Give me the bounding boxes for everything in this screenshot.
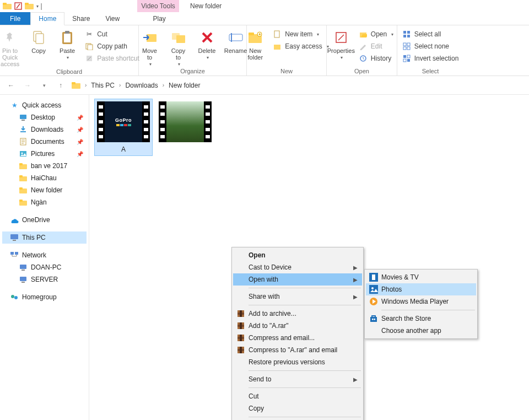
invert-selection-button[interactable]: Invert selection	[400, 53, 461, 64]
app-icon	[2, 2, 12, 10]
context-item[interactable]: Open with▶	[233, 273, 362, 286]
tree-quick-access-item[interactable]: New folder	[2, 184, 87, 196]
context-item[interactable]: Search the Store	[366, 313, 476, 325]
tree-homegroup[interactable]: Homegroup	[2, 291, 87, 303]
new-folder-button[interactable]: ✦ New folder	[242, 26, 268, 61]
select-none-button[interactable]: Select none	[400, 41, 461, 52]
tab-home[interactable]: Home	[30, 12, 64, 25]
context-item[interactable]: Compress to "A.rar" and email	[233, 344, 362, 356]
context-item[interactable]: Cast to Device▶	[233, 261, 362, 273]
paste-shortcut-button[interactable]: Paste shortcut	[83, 53, 142, 64]
easy-access-button[interactable]: Easy access▾	[271, 41, 331, 52]
context-item[interactable]: Restore previous versions	[233, 356, 362, 368]
tab-play[interactable]: Play	[138, 12, 180, 25]
file-item[interactable]: GoPro A	[95, 99, 152, 155]
delete-button[interactable]: Delete▾	[194, 26, 220, 60]
qat-newfolder-icon[interactable]	[24, 2, 34, 10]
open-button[interactable]: Open▾	[357, 29, 396, 40]
cut-button[interactable]: ✂Cut	[83, 29, 142, 40]
chevron-right-icon[interactable]: ›	[85, 82, 87, 88]
context-item[interactable]: Share with▶	[233, 290, 362, 303]
context-submenu-open-with: Movies & TVPhotosWindows Media PlayerSea…	[364, 269, 478, 339]
context-separator	[381, 310, 475, 310]
context-item[interactable]: Windows Media Player	[366, 295, 476, 308]
tree-quick-access-item[interactable]: Documents📌	[2, 136, 87, 148]
contextual-tab-video-tools[interactable]: Video Tools	[137, 0, 179, 12]
tree-quick-access-item[interactable]: Desktop📌	[2, 111, 87, 123]
breadcrumb-item[interactable]: New folder	[169, 82, 200, 89]
content-pane[interactable]: GoPro A OpenCast to Device▶Open with▶Sha…	[89, 95, 529, 420]
tree-network[interactable]: Network	[2, 249, 87, 261]
ribbon-group-organize: Move to▾ Copy to▾ Delete▾ Rename Organiz…	[139, 25, 247, 76]
up-button[interactable]: ↑	[55, 80, 66, 91]
file-item[interactable]	[156, 99, 214, 148]
svg-rect-88	[370, 317, 377, 322]
svg-rect-27	[403, 31, 406, 34]
chevron-right-icon[interactable]: ›	[119, 82, 121, 88]
context-item[interactable]: Cut	[233, 390, 362, 402]
recent-locations-button[interactable]: ▾	[39, 80, 50, 91]
edit-button[interactable]: Edit	[357, 41, 396, 52]
tree-onedrive[interactable]: OneDrive	[2, 214, 87, 226]
context-item[interactable]: Send to▶	[233, 373, 362, 385]
breadcrumb-item[interactable]: Downloads	[125, 82, 158, 89]
paste-button[interactable]: Paste▾	[54, 26, 80, 60]
new-item-button[interactable]: New item▾	[271, 29, 331, 40]
context-item[interactable]: Choose another app	[366, 325, 476, 337]
tree-quick-access[interactable]: ★Quick access	[2, 99, 87, 111]
svg-rect-50	[19, 175, 23, 177]
move-to-button[interactable]: Move to▾	[137, 26, 163, 67]
invert-icon	[402, 54, 411, 63]
tab-file[interactable]: File	[0, 12, 30, 25]
svg-rect-23	[274, 45, 280, 50]
tab-view[interactable]: View	[98, 12, 127, 25]
breadcrumb-item[interactable]: This PC	[91, 82, 115, 89]
tree-network-item[interactable]: SERVER	[2, 273, 87, 286]
svg-rect-19	[249, 33, 254, 35]
store-icon	[369, 314, 379, 324]
paste-shortcut-icon	[85, 54, 94, 63]
tree-quick-access-item[interactable]: Pictures📌	[2, 148, 87, 160]
context-item[interactable]: Photos	[366, 283, 476, 295]
forward-button[interactable]: →	[22, 80, 33, 91]
select-all-button[interactable]: Select all	[400, 29, 461, 40]
context-item[interactable]: Compress and email...	[233, 332, 362, 344]
back-button[interactable]: ←	[6, 80, 17, 91]
history-icon	[359, 54, 368, 63]
svg-rect-55	[10, 234, 18, 239]
tree-quick-access-item[interactable]: Downloads📌	[2, 123, 87, 136]
context-item-label: Restore previous versions	[249, 358, 325, 366]
pin-to-quick-access-button[interactable]: Pin to Quick access	[0, 26, 23, 67]
tree-this-pc[interactable]: This PC	[2, 231, 87, 244]
tree-network-item[interactable]: DOAN-PC	[2, 261, 87, 273]
svg-text:✦: ✦	[258, 32, 262, 37]
copy-path-button[interactable]: Copy path	[83, 41, 142, 52]
tree-quick-access-item[interactable]: ban ve 2017	[2, 160, 87, 172]
context-item[interactable]: Add to "A.rar"	[233, 320, 362, 332]
tree-quick-access-item[interactable]: Ngàn	[2, 196, 87, 208]
context-item[interactable]: Movies & TV	[366, 271, 476, 283]
onedrive-icon	[10, 216, 19, 224]
tree-quick-access-item[interactable]: HaiChau	[2, 172, 87, 184]
photos-icon	[369, 284, 379, 294]
qat-properties-icon[interactable]	[13, 2, 23, 10]
qat-dropdown-icon[interactable]: ▾	[36, 4, 39, 9]
video-thumbnail	[159, 101, 212, 142]
properties-button[interactable]: Properties▾	[328, 26, 354, 60]
nav-bar: ← → ▾ ↑ › This PC › Downloads › New fold…	[0, 76, 529, 95]
breadcrumb[interactable]: › This PC › Downloads › New folder	[72, 82, 200, 89]
context-item[interactable]: Copy	[233, 402, 362, 414]
svg-rect-17	[231, 33, 232, 42]
tab-share[interactable]: Share	[64, 12, 98, 25]
history-button[interactable]: History	[357, 53, 396, 64]
copy-to-button[interactable]: Copy to▾	[165, 26, 192, 67]
chevron-right-icon[interactable]: ›	[163, 82, 164, 88]
desktop-icon	[19, 113, 28, 122]
svg-rect-61	[20, 277, 26, 281]
tree-item-label: New folder	[31, 186, 62, 194]
context-item[interactable]: Open	[233, 249, 362, 261]
svg-rect-37	[403, 59, 406, 62]
title-bar: ▾ | Video Tools New folder	[0, 0, 529, 12]
copy-button[interactable]: Copy	[25, 26, 52, 54]
context-item[interactable]: Add to archive...	[233, 308, 362, 320]
